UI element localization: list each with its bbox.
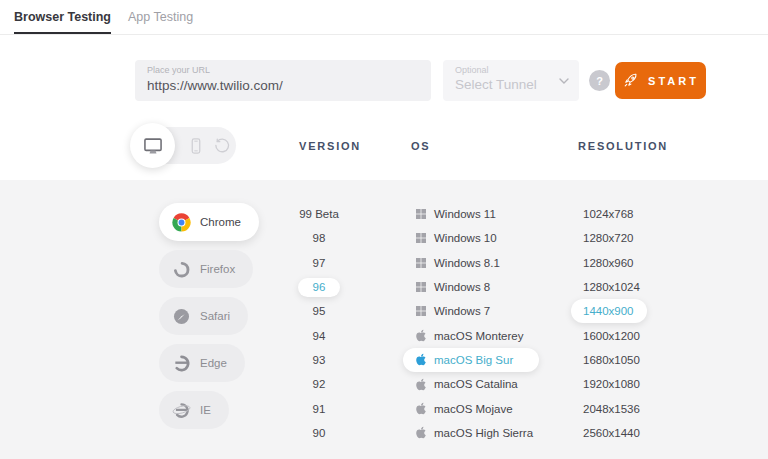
browser-safari[interactable]: Safari xyxy=(159,297,248,335)
apple-icon xyxy=(415,402,426,415)
resolution-label: 1024x768 xyxy=(583,208,634,220)
version-97[interactable]: 97 xyxy=(269,251,369,275)
resolution-1680x1050[interactable]: 1680x1050 xyxy=(571,348,691,372)
version-91[interactable]: 91 xyxy=(269,396,369,420)
version-label: 97 xyxy=(313,257,326,269)
resolution-label: 1600x1200 xyxy=(583,330,640,342)
tab-bar: Browser Testing App Testing xyxy=(0,0,768,35)
os-macos-catalina[interactable]: macOS Catalina xyxy=(403,372,573,396)
resolution-label: 1280x1024 xyxy=(583,281,640,293)
browser-chrome[interactable]: Chrome xyxy=(159,203,259,241)
desktop-icon xyxy=(142,135,164,157)
os-windows-8-1[interactable]: Windows 8.1 xyxy=(403,251,573,275)
resolution-label: 1280x960 xyxy=(583,257,634,269)
os-label: Windows 11 xyxy=(434,208,496,220)
browser-firefox[interactable]: Firefox xyxy=(159,250,253,288)
version-93[interactable]: 93 xyxy=(269,348,369,372)
windows-icon xyxy=(415,258,426,268)
windows-icon xyxy=(415,209,426,219)
resolution-label: 1280x720 xyxy=(583,232,634,244)
url-field-label: Place your URL xyxy=(147,65,419,76)
firefox-icon xyxy=(172,260,191,279)
version-label: 90 xyxy=(313,427,326,439)
tunnel-label: Optional xyxy=(455,65,567,76)
browser-label: Safari xyxy=(200,310,230,322)
column-header-version: VERSION xyxy=(299,140,361,152)
device-desktop-button[interactable] xyxy=(130,123,175,168)
os-label: macOS Big Sur xyxy=(434,354,513,366)
apple-icon xyxy=(415,426,426,439)
resolution-label: 1440x900 xyxy=(583,305,634,317)
os-windows-8[interactable]: Windows 8 xyxy=(403,275,573,299)
os-label: macOS Mojave xyxy=(434,403,513,415)
column-header-resolution: RESOLUTION xyxy=(578,140,668,152)
os-macos-monterey[interactable]: macOS Monterey xyxy=(403,323,573,347)
history-button[interactable] xyxy=(212,127,232,164)
os-label: Windows 8.1 xyxy=(434,257,500,269)
resolution-label: 1920x1080 xyxy=(583,378,640,390)
chrome-icon xyxy=(172,213,191,232)
os-windows-11[interactable]: Windows 11 xyxy=(403,202,573,226)
os-macos-high-sierra[interactable]: macOS High Sierra xyxy=(403,421,573,445)
help-icon[interactable]: ? xyxy=(589,70,610,91)
resolution-label: 2048x1536 xyxy=(583,403,640,415)
resolution-2560x1440[interactable]: 2560x1440 xyxy=(571,421,691,445)
url-field[interactable]: Place your URL xyxy=(135,60,431,101)
version-99-beta[interactable]: 99 Beta xyxy=(269,202,369,226)
url-input[interactable] xyxy=(147,77,419,94)
version-label: 98 xyxy=(313,232,326,244)
tunnel-select[interactable]: Optional Select Tunnel xyxy=(443,60,579,101)
version-98[interactable]: 98 xyxy=(269,226,369,250)
device-mobile-button[interactable] xyxy=(186,127,206,164)
resolution-1440x900[interactable]: 1440x900 xyxy=(571,299,647,323)
browser-ie[interactable]: IE xyxy=(159,391,229,429)
os-label: macOS Monterey xyxy=(434,330,523,342)
device-type-toggle xyxy=(133,127,236,164)
resolution-1920x1080[interactable]: 1920x1080 xyxy=(571,372,691,396)
os-windows-10[interactable]: Windows 10 xyxy=(403,226,573,250)
os-macos-mojave[interactable]: macOS Mojave xyxy=(403,396,573,420)
version-96[interactable]: 96 xyxy=(269,275,369,299)
version-label: 99 Beta xyxy=(299,208,339,220)
os-label: Windows 7 xyxy=(434,305,490,317)
ie-icon xyxy=(172,401,191,420)
version-95[interactable]: 95 xyxy=(269,299,369,323)
apple-icon xyxy=(415,378,426,391)
tunnel-value: Select Tunnel xyxy=(455,76,567,93)
chevron-down-icon xyxy=(559,78,569,84)
resolution-1280x960[interactable]: 1280x960 xyxy=(571,251,691,275)
windows-icon xyxy=(415,282,426,292)
os-windows-7[interactable]: Windows 7 xyxy=(403,299,573,323)
version-94[interactable]: 94 xyxy=(269,323,369,347)
tab-app-testing[interactable]: App Testing xyxy=(128,0,193,34)
version-label: 93 xyxy=(313,354,326,366)
configuration-panel: ChromeFirefoxSafariEdgeIE 99 Beta9897969… xyxy=(0,180,768,459)
browser-list: ChromeFirefoxSafariEdgeIE xyxy=(159,203,259,429)
start-button-label: START xyxy=(648,75,699,87)
version-label: 96 xyxy=(298,278,341,297)
resolution-1600x1200[interactable]: 1600x1200 xyxy=(571,323,691,347)
browser-label: Firefox xyxy=(200,263,235,275)
os-macos-big-sur[interactable]: macOS Big Sur xyxy=(403,348,539,372)
resolution-label: 1680x1050 xyxy=(583,354,640,366)
os-list: Windows 11Windows 10Windows 8.1Windows 8… xyxy=(403,202,573,445)
resolution-1280x1024[interactable]: 1280x1024 xyxy=(571,275,691,299)
resolution-list: 1024x7681280x7201280x9601280x10241440x90… xyxy=(571,202,691,445)
version-label: 92 xyxy=(313,378,326,390)
version-list: 99 Beta989796959493929190 xyxy=(269,202,369,445)
version-92[interactable]: 92 xyxy=(269,372,369,396)
tab-browser-testing[interactable]: Browser Testing xyxy=(14,0,111,34)
browser-label: Edge xyxy=(200,357,227,369)
browser-label: IE xyxy=(200,404,211,416)
os-label: macOS Catalina xyxy=(434,378,518,390)
browser-edge[interactable]: Edge xyxy=(159,344,245,382)
resolution-1024x768[interactable]: 1024x768 xyxy=(571,202,691,226)
browser-label: Chrome xyxy=(200,216,241,228)
resolution-2048x1536[interactable]: 2048x1536 xyxy=(571,396,691,420)
os-label: Windows 8 xyxy=(434,281,490,293)
version-label: 95 xyxy=(313,305,326,317)
safari-icon xyxy=(172,307,191,326)
start-button[interactable]: START xyxy=(615,62,706,99)
version-90[interactable]: 90 xyxy=(269,421,369,445)
resolution-1280x720[interactable]: 1280x720 xyxy=(571,226,691,250)
